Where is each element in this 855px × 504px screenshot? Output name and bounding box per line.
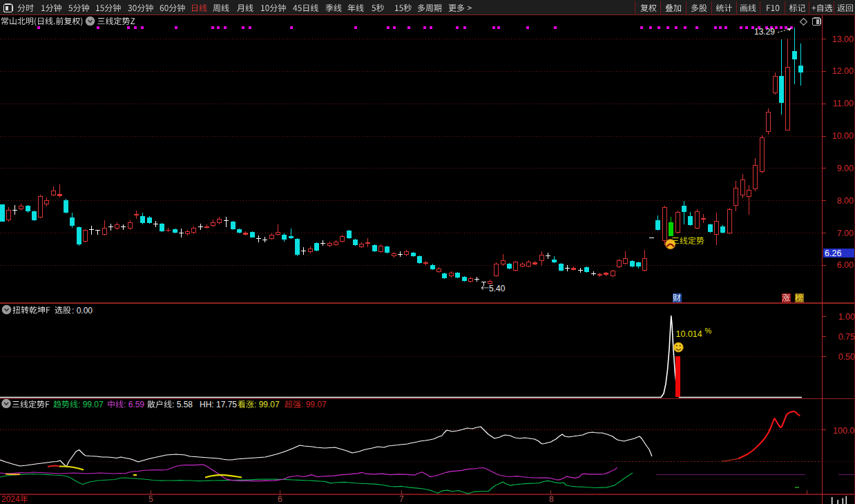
svg-text:5: 5 [148,494,153,504]
svg-text:11.00: 11.00 [833,99,854,108]
svg-text:13.00: 13.00 [832,35,854,44]
svg-text:100.00: 100.00 [833,426,855,436]
svg-text:: 99.07: : 99.07 [254,400,280,409]
svg-text:13.29: 13.29 [754,27,775,37]
svg-text:%: % [705,327,712,335]
svg-text:8: 8 [549,494,554,504]
svg-text:: 5.58: : 5.58 [172,400,193,409]
svg-text:HH: 17.75: HH: 17.75 [200,400,237,409]
svg-text:10.014: 10.014 [676,329,702,339]
svg-text:9.00: 9.00 [837,164,854,173]
svg-text:5.40: 5.40 [489,284,506,293]
svg-text:6.00: 6.00 [837,260,854,270]
svg-text:: 99.07: : 99.07 [301,400,327,409]
svg-text:: 99.07: : 99.07 [78,400,104,409]
svg-text:7: 7 [399,494,404,504]
svg-text:10.00: 10.00 [832,131,854,141]
svg-text:6: 6 [278,494,282,504]
svg-text:0.75: 0.75 [838,332,855,342]
svg-text:: 6.59: : 6.59 [124,400,144,409]
svg-text:2024: 2024 [1,494,20,504]
svg-text:12.00: 12.00 [832,66,854,76]
svg-text:6.26: 6.26 [825,249,841,258]
svg-text:1.00: 1.00 [838,312,855,322]
svg-text:7.00: 7.00 [837,229,854,238]
svg-text:: 0.00: : 0.00 [72,306,93,316]
svg-text:8.00: 8.00 [837,196,854,206]
svg-text:0.50: 0.50 [838,352,855,362]
